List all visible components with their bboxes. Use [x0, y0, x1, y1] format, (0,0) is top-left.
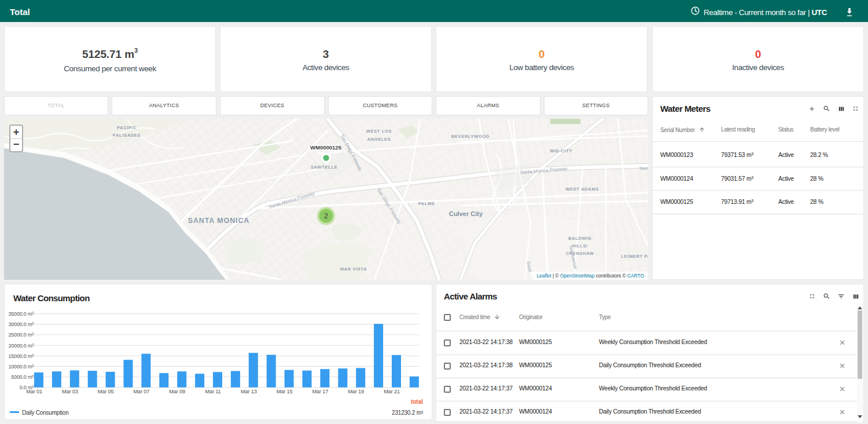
svg-text:WM0000125: WM0000125 — [310, 144, 342, 151]
svg-text:Mar 13: Mar 13 — [241, 389, 257, 394]
svg-text:WEST ADAMS: WEST ADAMS — [565, 187, 599, 192]
svg-text:ANGELES: ANGELES — [367, 137, 391, 142]
svg-text:Mar 11: Mar 11 — [205, 389, 220, 394]
svg-text:Leaflet | © OpenStreetMap cont: Leaflet | © OpenStreetMap contributors ©… — [536, 273, 644, 279]
svg-text:MID-CITY: MID-CITY — [550, 148, 573, 153]
svg-text:20000.0 m³: 20000.0 m³ — [8, 343, 34, 349]
svg-text:Mar 19: Mar 19 — [348, 389, 364, 394]
svg-text:Sant: Sant — [639, 166, 648, 171]
svg-text:PALMS: PALMS — [418, 201, 435, 206]
svg-text:Culver City: Culver City — [449, 210, 483, 217]
svg-text:WEST LOS: WEST LOS — [366, 129, 392, 134]
svg-text:Mar 09: Mar 09 — [169, 389, 185, 394]
svg-text:Daily Consumption: Daily Consumption — [22, 410, 69, 416]
svg-text:PALISADES: PALISADES — [113, 133, 141, 138]
svg-text:Mar 21: Mar 21 — [384, 389, 400, 394]
svg-text:SAWTELLE: SAWTELLE — [311, 165, 337, 170]
svg-text:Mar 05: Mar 05 — [98, 389, 114, 394]
svg-text:Mar 03: Mar 03 — [62, 389, 78, 394]
svg-text:total: total — [411, 399, 423, 405]
svg-text:Mar 01: Mar 01 — [26, 389, 42, 394]
svg-text:25000.0 m³: 25000.0 m³ — [8, 332, 34, 338]
svg-text:SANTA MONICA: SANTA MONICA — [188, 217, 250, 225]
svg-text:35000.0 m³: 35000.0 m³ — [8, 311, 34, 317]
svg-text:MAR VISTA: MAR VISTA — [340, 266, 367, 272]
svg-text:BEVERLYWOOD: BEVERLYWOOD — [451, 134, 490, 139]
svg-text:PACIFIC: PACIFIC — [117, 125, 137, 130]
svg-text:30000.0 m³: 30000.0 m³ — [8, 321, 34, 327]
svg-text:15000.0 m³: 15000.0 m³ — [8, 353, 34, 359]
svg-text:LEIMERT PA: LEIMERT PA — [621, 254, 648, 259]
svg-text:Mar 17: Mar 17 — [312, 389, 329, 394]
svg-text:Mar 07: Mar 07 — [134, 389, 150, 394]
svg-text:10000.0 m³: 10000.0 m³ — [8, 364, 34, 370]
svg-text:2: 2 — [324, 212, 328, 220]
svg-text:Mar 15: Mar 15 — [277, 389, 293, 394]
svg-text:BALDWIN: BALDWIN — [568, 236, 591, 241]
svg-text:231230.2 m³: 231230.2 m³ — [392, 410, 424, 416]
svg-text:5000.0 m³: 5000.0 m³ — [11, 374, 34, 380]
